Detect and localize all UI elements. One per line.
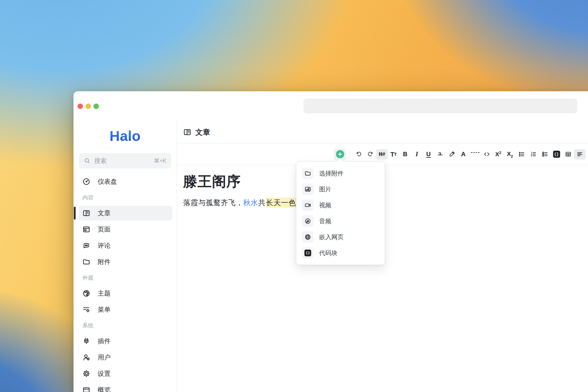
search-input[interactable]: 搜索 ⌘+K <box>79 153 171 168</box>
blockquote-button[interactable]: ““ <box>469 149 481 160</box>
align-button[interactable] <box>574 149 586 160</box>
zoom-button[interactable] <box>93 104 99 109</box>
icon-tile <box>302 183 314 195</box>
sidebar-item-dashboard[interactable]: 仪表盘 <box>79 174 172 189</box>
menu-item-embed[interactable]: 嵌入网页 <box>300 229 382 245</box>
menu-gear-icon <box>82 306 90 314</box>
page-header: 文章 <box>177 121 588 143</box>
sidebar-item-label: 评论 <box>98 241 111 250</box>
traffic-lights <box>77 104 99 109</box>
icon-tile <box>302 168 314 179</box>
text-run-link: 秋水 <box>243 198 258 207</box>
search-icon <box>84 157 91 164</box>
italic-button[interactable]: I <box>411 149 423 160</box>
heading-icon: H# <box>379 151 385 158</box>
bullet-list-button[interactable] <box>516 149 527 160</box>
sidebar-item-overview[interactable]: 概览 <box>79 383 172 392</box>
undo-button[interactable] <box>353 149 364 160</box>
sidebar-item-users[interactable]: 用户 <box>79 350 172 365</box>
menu-item-attachment[interactable]: 选择附件 <box>300 165 382 181</box>
bold-button[interactable]: B <box>399 149 411 160</box>
menu-item-code-block[interactable]: {} 代码块 <box>300 245 382 261</box>
sidebar-item-plugins[interactable]: 插件 <box>79 334 172 349</box>
superscript-button[interactable]: X2 <box>492 149 504 160</box>
superscript-icon: X2 <box>495 151 501 158</box>
sidebar-item-menus[interactable]: 菜单 <box>79 302 172 317</box>
posts-icon <box>183 128 191 136</box>
palette-icon <box>82 289 90 297</box>
close-button[interactable] <box>77 104 83 109</box>
sidebar-item-label: 菜单 <box>98 305 111 314</box>
sidebar-item-posts[interactable]: 文章 <box>79 206 172 221</box>
sidebar-item-label: 设置 <box>98 369 111 378</box>
minimize-button[interactable] <box>85 104 91 109</box>
address-bar[interactable] <box>303 99 577 113</box>
titlebar <box>74 91 588 121</box>
task-list-button[interactable] <box>539 149 551 160</box>
sidebar-nav: 仪表盘 内容 文章 页面 评论 附件 <box>74 168 177 392</box>
bold-icon: B <box>403 151 407 158</box>
sidebar-item-label: 插件 <box>98 337 111 345</box>
menu-item-audio[interactable]: 音频 <box>300 213 382 229</box>
gear-icon <box>82 370 90 378</box>
halo-logo[interactable]: Halo <box>74 129 177 143</box>
highlighter-icon <box>449 151 455 157</box>
gauge-icon <box>82 178 90 186</box>
inline-code-button[interactable] <box>481 149 492 160</box>
folder-icon <box>82 258 90 266</box>
underline-icon: U <box>426 151 431 158</box>
folder-icon <box>304 170 311 177</box>
sidebar-item-settings[interactable]: 设置 <box>79 366 172 381</box>
sidebar-item-label: 页面 <box>98 225 111 234</box>
page-title: 文章 <box>195 127 210 137</box>
sidebar-item-comments[interactable]: 评论 <box>79 238 172 253</box>
text-run: 共 <box>258 198 266 207</box>
align-left-icon <box>577 151 583 157</box>
redo-button[interactable] <box>364 149 376 160</box>
sidebar-item-label: 主题 <box>98 289 111 298</box>
user-gear-icon <box>82 353 90 361</box>
active-indicator <box>74 207 76 220</box>
code-block-button[interactable]: {} <box>551 149 562 160</box>
table-button[interactable] <box>562 149 574 160</box>
sidebar-item-themes[interactable]: 主题 <box>79 286 172 301</box>
plus-icon <box>336 150 344 158</box>
highlight-button[interactable] <box>446 149 458 160</box>
insert-menu: 选择附件 图片 视频 音频 嵌入网页 <box>296 161 385 265</box>
text-run: 落霞与孤鹜齐飞， <box>183 198 243 207</box>
text-size-button[interactable]: TT <box>388 149 399 160</box>
underline-button[interactable]: U <box>423 149 434 160</box>
comment-icon <box>82 242 90 250</box>
ordered-list-button[interactable] <box>527 149 539 160</box>
search-shortcut: ⌘+K <box>154 157 166 164</box>
plug-icon <box>82 337 90 345</box>
sidebar-item-attachments[interactable]: 附件 <box>79 254 172 269</box>
subscript-button[interactable]: X2 <box>504 149 516 160</box>
pages-icon <box>82 225 90 233</box>
section-label-content: 内容 <box>79 194 172 202</box>
font-color-button[interactable]: A <box>458 149 469 160</box>
sidebar-item-pages[interactable]: 页面 <box>79 222 172 237</box>
video-icon <box>304 202 311 209</box>
menu-item-image[interactable]: 图片 <box>300 181 382 197</box>
bullet-list-icon <box>518 151 525 157</box>
section-label-appearance: 外观 <box>79 274 172 282</box>
blockquote-icon: ““ <box>470 152 480 156</box>
section-label-system: 系统 <box>79 322 172 330</box>
sidebar-item-label: 仪表盘 <box>98 177 117 186</box>
icon-tile <box>302 199 314 211</box>
menu-item-video[interactable]: 视频 <box>300 197 382 213</box>
font-color-icon: A <box>461 151 466 158</box>
icon-tile <box>302 231 314 243</box>
redo-icon <box>367 151 374 157</box>
code-block-icon: {} <box>553 151 560 158</box>
undo-icon <box>356 151 362 157</box>
posts-icon <box>82 209 90 217</box>
sidebar-item-label: 附件 <box>98 258 111 266</box>
strikethrough-button[interactable] <box>434 149 446 160</box>
heading-button[interactable]: H# <box>376 149 388 160</box>
table-icon <box>565 151 571 157</box>
code-icon <box>484 151 490 157</box>
italic-icon: I <box>416 150 418 158</box>
sidebar: Halo 搜索 ⌘+K 仪表盘 内容 文章 页 <box>74 121 177 392</box>
